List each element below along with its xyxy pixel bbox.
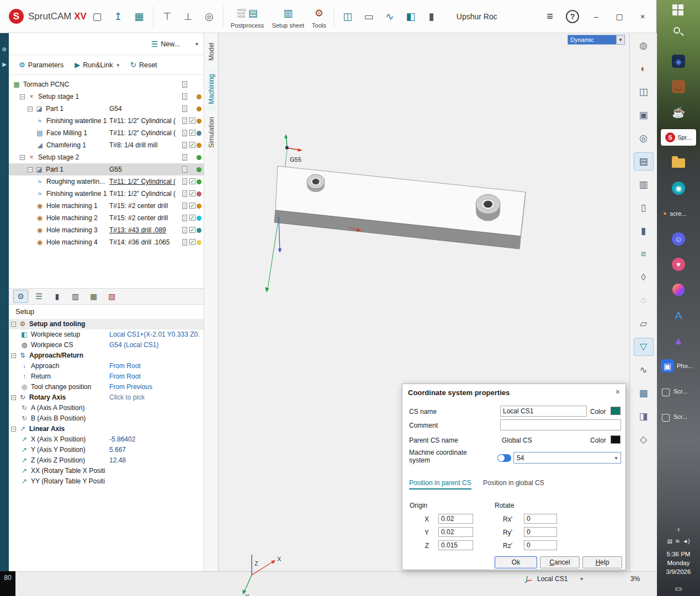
tools-button[interactable]: ⚙ Tools [312, 4, 326, 29]
monitor-icon[interactable]: ▭ [360, 7, 378, 26]
origin-y-input[interactable] [438, 527, 473, 537]
taskbar-app-brown[interactable]: ◡ [657, 74, 700, 99]
property-row[interactable]: −↗Linear Axis [9, 424, 204, 434]
holder-icon[interactable]: ▮ [634, 222, 654, 240]
property-row[interactable]: ↗Y (Axis Y Position)5.667 [9, 445, 204, 455]
vertical-tool-icon[interactable]: ▮ [423, 7, 441, 26]
tab-machine[interactable]: ▦ [86, 290, 101, 303]
probe-icon[interactable]: ⊤ [158, 7, 176, 26]
tree-row[interactable]: −◪Part 1G54 [9, 103, 204, 115]
property-value[interactable]: -5.86402 [109, 434, 135, 445]
setup-sheet-button[interactable]: ▥ Setup sheet [272, 4, 304, 29]
property-value[interactable]: Click to pick [109, 392, 145, 403]
taskbar-app-pink[interactable]: ♥ [657, 252, 700, 277]
rotate-rz-input[interactable] [524, 540, 557, 550]
taskbar-app-blue-a[interactable]: A [657, 302, 700, 328]
mesh-icon[interactable]: ▩ [634, 384, 654, 402]
search-icon[interactable] [673, 26, 684, 38]
tree-row[interactable]: ◉Hole machining 3T#13: #43 drill .089✓ [9, 224, 204, 236]
start-button[interactable] [672, 4, 685, 17]
new-operation-button[interactable]: New... [161, 40, 180, 48]
tool-display-icon[interactable]: ◊ [634, 268, 654, 286]
shaded-view-icon[interactable]: ◐ [634, 60, 654, 78]
property-value[interactable]: 12.48 [109, 455, 126, 466]
tree-row[interactable]: −×Setup stage 1 [9, 91, 204, 103]
taskbar-app-photos[interactable]: ▣Pho... [657, 353, 700, 379]
taskbar-app-coffee[interactable]: ☕ [657, 99, 700, 125]
tree-row[interactable]: ◉Hole machining 2T#15: #2 center drill✓ [9, 212, 204, 224]
network-tray-icon[interactable]: ≋ [675, 538, 680, 544]
operation-doc-icon[interactable] [182, 105, 187, 112]
expand-toggle[interactable]: − [11, 322, 16, 327]
property-value[interactable]: Local CS1+(X-2.01 Y0.333 Z0. [109, 329, 200, 340]
tab-position-global-cs[interactable]: Position in global CS [483, 479, 544, 488]
tool-holder-icon[interactable]: ⊥ [179, 7, 197, 26]
view-orientation-icon[interactable]: ◍ [634, 36, 654, 55]
help-button[interactable]: ? [566, 10, 579, 23]
parent-cs-color-swatch[interactable] [611, 435, 621, 444]
tab-simulation[interactable]: Simulation [208, 111, 215, 154]
turning-view-icon[interactable]: ◎ [634, 129, 654, 147]
postprocess-button[interactable]: %O01 N100 N200 ▤ Postprocess [231, 4, 264, 29]
close-button[interactable]: × [631, 8, 654, 25]
operation-doc-icon[interactable] [182, 215, 187, 221]
probe-display-icon[interactable]: ◌ [634, 291, 654, 310]
solid-view-icon[interactable]: ◧ [402, 7, 420, 26]
tree-row[interactable]: −◪Part 1G55 [9, 163, 204, 175]
chevron-down-icon[interactable]: ▾ [616, 35, 624, 44]
operation-checkbox[interactable]: ✓ [189, 142, 195, 148]
tab-documentation[interactable]: ▧ [104, 290, 119, 303]
tree-row[interactable]: ◢Chamfering 1T#8: 1/4 drill mill✓ [9, 139, 204, 151]
inspect-icon[interactable]: ◎ [200, 7, 218, 26]
import-model-icon[interactable]: ↥ [109, 7, 127, 26]
property-row[interactable]: ↗XX (Rotary Table X Positi [9, 466, 204, 476]
property-row[interactable]: −⇅Approach/Return [9, 350, 204, 361]
expand-toggle[interactable]: − [20, 94, 25, 99]
operation-doc-icon[interactable] [182, 227, 187, 233]
operation-doc-icon[interactable] [182, 130, 187, 136]
taskbar-app-blue[interactable]: ◈ [657, 49, 700, 74]
reset-button[interactable]: ↻ Reset [130, 61, 157, 69]
taskbar-app-copilot[interactable] [657, 277, 700, 302]
tree-row[interactable]: ≈Finishing waterline 1T#11: 1/2" Cylindr… [9, 188, 204, 200]
new-document-icon[interactable]: ▢ [88, 7, 106, 26]
machine-cs-toggle[interactable] [497, 454, 511, 462]
model-visibility-icon[interactable]: ◫ [634, 83, 654, 101]
view-mode-combo[interactable]: Dynamic ▾ [568, 35, 625, 45]
tab-machining[interactable]: Machining [208, 68, 215, 110]
property-row[interactable]: −⚙Setup and tooling [9, 319, 204, 329]
tree-row[interactable]: ◉Hole machining 4T#14: #36 drill .1065✓ [9, 236, 204, 248]
cylinder-icon[interactable]: ▯ [634, 199, 654, 217]
tree-row[interactable]: −×Setup stage 2 [9, 151, 204, 163]
taskbar-app-location[interactable]: ◉ [657, 175, 700, 201]
show-hidden-icons-button[interactable]: ‹ [677, 525, 680, 534]
help-button[interactable]: Help [582, 556, 622, 568]
keyboard-tray-icon[interactable]: ▤ [667, 538, 672, 544]
tab-tool[interactable]: ▮ [50, 290, 65, 303]
new-operation-dropdown-icon[interactable]: ▾ [195, 41, 198, 47]
property-row[interactable]: −↻Rotary AxisClick to pick [9, 392, 204, 403]
tree-row[interactable]: ≈Finishing waterline 1T#11: 1/2" Cylindr… [9, 115, 204, 127]
property-row[interactable]: ↗YY (Rotary Table Y Positi [9, 476, 204, 487]
expand-toggle[interactable]: − [28, 167, 33, 172]
chevron-down-icon[interactable]: ▾ [580, 576, 583, 582]
tab-position-parent-cs[interactable]: Position in parent CS [409, 479, 471, 489]
tree-row[interactable]: ≈Roughing waterlin...T#11: 1/2" Cylindri… [9, 175, 204, 188]
operation-doc-icon[interactable] [182, 81, 187, 88]
operation-doc-icon[interactable] [182, 166, 187, 173]
property-row[interactable]: ↻A (Axis A Position) [9, 403, 204, 413]
expand-toggle[interactable]: − [11, 395, 16, 400]
comment-input[interactable] [500, 419, 621, 430]
origin-z-input[interactable] [438, 540, 473, 550]
taskbar-clock[interactable]: 5:36 PM Monday 3/9/2026 [666, 550, 691, 576]
clamp-icon[interactable]: ◇ [634, 430, 654, 449]
property-value[interactable]: From Root [109, 371, 141, 382]
tree-row[interactable]: ▦Tormach PCNC [9, 78, 204, 91]
spring-icon[interactable]: ∿ [634, 361, 654, 379]
operation-checkbox[interactable]: ✓ [189, 203, 195, 209]
machine-cs-select[interactable]: 54 ▾ [513, 452, 621, 464]
run-link-dropdown-icon[interactable]: ▾ [116, 62, 119, 68]
filter-funnel-icon[interactable]: ▽ [634, 338, 654, 356]
fixture-icon[interactable]: ◨ [634, 407, 654, 425]
operation-checkbox[interactable]: ✓ [189, 130, 195, 136]
